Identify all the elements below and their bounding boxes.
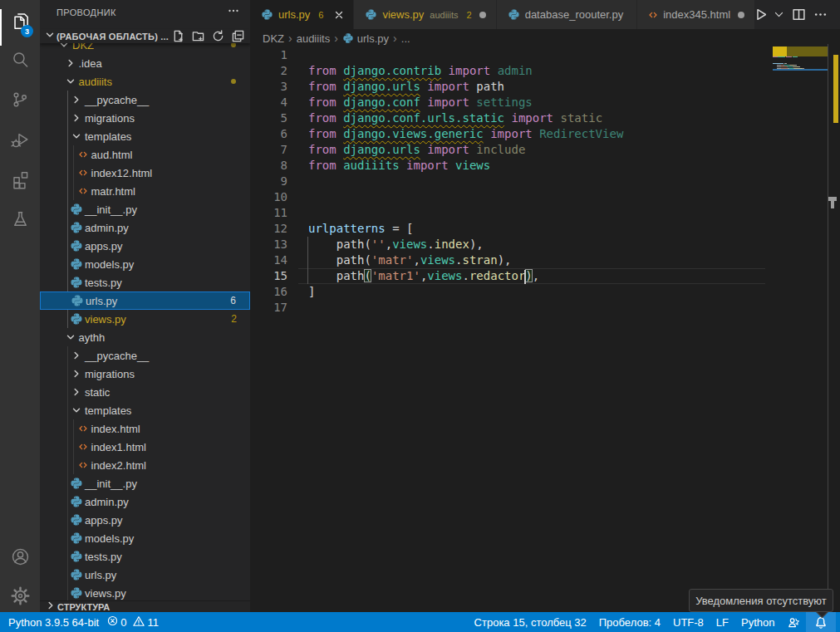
code-editor[interactable]: 1234567891011121314151617 from django.co… xyxy=(250,47,840,612)
status-item[interactable]: Пробелов: 4 xyxy=(592,612,666,632)
code-token: path( xyxy=(308,253,371,267)
breadcrumb-item[interactable]: urls.py xyxy=(357,32,389,45)
tree-item-templates[interactable]: templates xyxy=(40,401,250,419)
activity-source-control-icon[interactable] xyxy=(0,87,40,112)
code-line-12: urlpatterns = [ xyxy=(308,221,413,237)
tree-item-urls.py[interactable]: urls.py xyxy=(40,566,250,584)
tree-item-index1.html[interactable]: index1.html xyxy=(40,438,250,456)
tree-item-views.py[interactable]: views.py xyxy=(40,584,250,602)
workspace-section-header[interactable]: (РАБОЧАЯ ОБЛАСТЬ) ... xyxy=(40,29,250,43)
breadcrumb-item[interactable]: audiiits xyxy=(297,32,330,45)
code-token: views xyxy=(455,159,490,172)
tree-item-__init__.py[interactable]: __init__.py xyxy=(40,200,250,218)
chevron-right-icon xyxy=(70,385,83,399)
code-token: path( xyxy=(308,238,371,251)
error-count: 0 xyxy=(120,616,126,629)
tree-item-tests.py[interactable]: tests.py xyxy=(40,547,250,566)
tree-item-apps.py[interactable]: apps.py xyxy=(40,237,250,255)
outline-section-header[interactable]: СТРУКТУРА xyxy=(40,600,250,612)
editor-group: urls.py6views.pyaudiiits2database_rooute… xyxy=(250,0,840,612)
new-folder-icon[interactable] xyxy=(192,30,204,42)
python-file-icon xyxy=(261,8,273,21)
minimap[interactable] xyxy=(773,47,828,612)
status-item[interactable]: UTF-8 xyxy=(667,612,710,632)
tree-item-aud.html[interactable]: aud.html xyxy=(40,145,250,164)
collapse-all-icon[interactable] xyxy=(232,30,244,42)
tree-item-views.py[interactable]: views.py2 xyxy=(40,310,250,328)
line-number: 2 xyxy=(250,63,287,79)
warning-icon xyxy=(133,615,145,630)
activity-account-icon[interactable] xyxy=(0,544,40,569)
tab-views.py[interactable]: views.pyaudiiits2 xyxy=(354,0,496,29)
tree-item-__pycache__[interactable]: __pycache__ xyxy=(40,346,250,365)
tab-problems-badge: 2 xyxy=(467,10,472,20)
status-item[interactable]: LF xyxy=(710,612,734,632)
run-dropdown-icon[interactable] xyxy=(774,9,784,20)
tree-item-migrations[interactable]: migrations xyxy=(40,109,250,127)
sidebar-title-row: ПРОВОДНИК xyxy=(40,0,250,29)
code-token: ), xyxy=(498,253,512,267)
tree-item-templates[interactable]: templates xyxy=(40,127,250,145)
tab-database_roouter.py[interactable]: database_roouter.py xyxy=(497,0,638,29)
tree-item-label: models.py xyxy=(85,532,134,545)
editor-actions xyxy=(750,0,828,29)
tab-urls.py[interactable]: urls.py6 xyxy=(250,0,354,29)
tree-item-__pycache__[interactable]: __pycache__ xyxy=(40,91,250,109)
tree-item-index.html[interactable]: index.html xyxy=(40,419,250,438)
code-line-6: from django.views.generic import Redirec… xyxy=(308,126,623,142)
tree-item-aythh[interactable]: aythh xyxy=(40,328,250,346)
breadcrumb-item[interactable]: ... xyxy=(401,32,410,45)
sidebar-title: ПРОВОДНИК xyxy=(56,7,116,17)
status-item[interactable]: Python xyxy=(735,612,781,632)
problems-status[interactable]: 0 11 xyxy=(107,615,159,630)
tree-item-index12.html[interactable]: index12.html xyxy=(40,164,250,182)
tree-item-label: index.html xyxy=(91,423,140,435)
python-file-icon xyxy=(71,294,84,307)
more-actions-icon[interactable] xyxy=(813,7,828,22)
tree-item-models.py[interactable]: models.py xyxy=(40,255,250,273)
new-file-icon[interactable] xyxy=(172,30,184,42)
notifications-tooltip: Уведомления отсутствуют xyxy=(689,589,833,612)
tab-index345.html[interactable]: index345.html xyxy=(637,0,755,29)
tree-item-admin.py[interactable]: admin.py xyxy=(40,218,250,237)
tree-item-static[interactable]: static xyxy=(40,383,250,401)
tree-item-migrations[interactable]: migrations xyxy=(40,365,250,383)
warning-count: 11 xyxy=(147,616,159,629)
activity-settings-icon[interactable] xyxy=(0,583,40,608)
tree-item-label: __pycache__ xyxy=(85,350,149,362)
code-token: import xyxy=(490,127,533,140)
tree-item-index2.html[interactable]: index2.html xyxy=(40,456,250,474)
explorer-more-actions-icon[interactable] xyxy=(227,4,240,21)
run-icon[interactable] xyxy=(750,7,766,22)
dirty-indicator[interactable] xyxy=(738,12,744,18)
activity-search-icon[interactable] xyxy=(0,47,40,71)
activity-extensions-icon[interactable] xyxy=(0,167,40,192)
code-token: import xyxy=(427,80,469,93)
status-item[interactable]: Строка 15, столбец 32 xyxy=(468,612,592,632)
breadcrumb-item[interactable]: DKZ xyxy=(263,32,284,45)
code-line-5: from django.conf.urls.static import stat… xyxy=(308,110,602,126)
tree-item-matr.html[interactable]: matr.html xyxy=(40,182,250,200)
code-token: admin xyxy=(498,64,533,77)
split-editor-icon[interactable] xyxy=(792,7,806,22)
tree-item-admin.py[interactable]: admin.py xyxy=(40,492,250,511)
tree-item-urls.py[interactable]: urls.py6 xyxy=(40,292,250,310)
activity-testing-icon[interactable] xyxy=(0,207,40,232)
tree-item-models.py[interactable]: models.py xyxy=(40,529,250,547)
feedback-icon[interactable] xyxy=(781,612,806,632)
tab-description: audiiits xyxy=(430,10,458,20)
tree-item-tests.py[interactable]: tests.py xyxy=(40,273,250,292)
tree-item-audiiits[interactable]: audiiits xyxy=(40,72,250,91)
activity-explorer-icon[interactable]: 3 xyxy=(0,7,40,32)
tree-item-.idea[interactable]: .idea xyxy=(40,54,250,72)
dirty-indicator[interactable] xyxy=(479,12,486,18)
tree-item-__init__.py[interactable]: __init__.py xyxy=(40,474,250,492)
tree-item-apps.py[interactable]: apps.py xyxy=(40,511,250,529)
activity-run-and-debug-icon[interactable] xyxy=(0,127,40,152)
close-icon[interactable] xyxy=(333,9,345,21)
code-token: 'matr1' xyxy=(371,269,420,282)
refresh-icon[interactable] xyxy=(212,30,224,42)
python-interpreter-status[interactable]: Python 3.9.5 64-bit xyxy=(8,612,99,632)
code-line-15: path('matr1',views.redactor), xyxy=(308,268,539,284)
python-file-icon xyxy=(70,513,83,527)
